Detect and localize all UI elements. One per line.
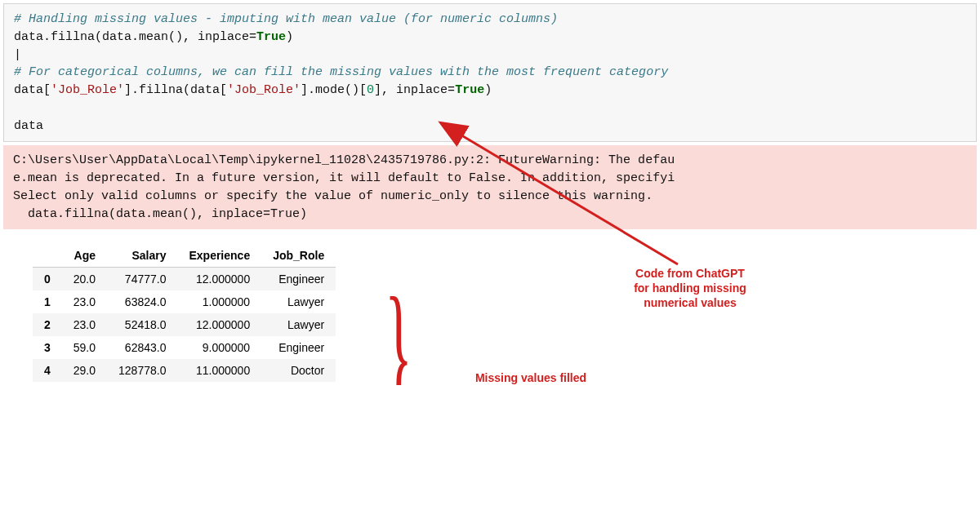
table-cell: 62843.0	[107, 336, 177, 359]
table-cell: 11.000000	[177, 359, 261, 382]
table-cell: 29.0	[62, 359, 107, 382]
table-cell: 59.0	[62, 336, 107, 359]
table-cell: 3	[33, 336, 62, 359]
table-cell: 4	[33, 359, 62, 382]
table-row: 359.062843.09.000000Engineer	[33, 336, 336, 359]
table-row: 429.0128778.011.000000Doctor	[33, 359, 336, 382]
table-cell: Engineer	[261, 336, 336, 359]
table-cell: 9.000000	[177, 336, 261, 359]
svg-line-0	[459, 134, 678, 264]
table-cell: 128778.0	[107, 359, 177, 382]
arrow-icon	[0, 3, 980, 330]
annotation-mid: Missing values filled with mean values	[445, 370, 617, 385]
table-cell: Doctor	[261, 359, 336, 382]
